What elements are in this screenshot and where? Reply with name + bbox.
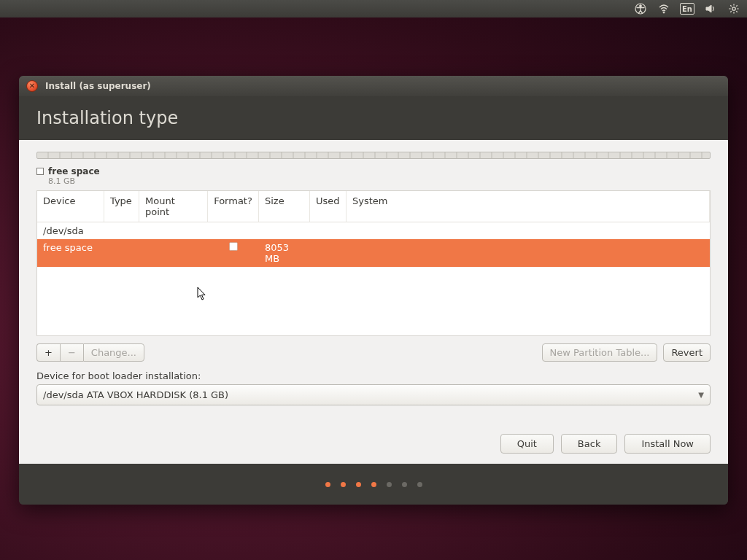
disk-usage-legend: free space (19, 162, 728, 176)
ime-label: En (680, 3, 694, 15)
titlebar[interactable]: ✕ Install (as superuser) (19, 76, 728, 96)
window-body: free space 8.1 GB Device Type Mount poin… (19, 140, 728, 464)
window-title: Install (as superuser) (45, 81, 151, 91)
pager-dot (341, 482, 346, 487)
partition-toolbar: + − Change... New Partition Table... Rev… (36, 343, 711, 362)
install-button[interactable]: Install Now (624, 434, 711, 454)
table-row[interactable]: free space 8053 MB (37, 239, 710, 267)
top-menubar: En (0, 0, 747, 18)
cell-device: free space (37, 239, 104, 267)
col-device[interactable]: Device (37, 191, 104, 222)
new-partition-table-button[interactable]: New Partition Table... (542, 343, 658, 362)
cell-system (347, 239, 710, 267)
page-title: Installation type (19, 96, 728, 140)
cell-mount (139, 239, 208, 267)
svg-line-8 (730, 5, 731, 6)
pager-dot (356, 482, 361, 487)
pager-dot (371, 482, 376, 487)
partition-table-header: Device Type Mount point Format? Size Use… (37, 191, 710, 222)
change-partition-button[interactable]: Change... (83, 343, 144, 362)
svg-line-9 (736, 11, 737, 12)
svg-point-1 (640, 5, 642, 7)
svg-point-3 (732, 7, 735, 10)
sound-icon[interactable] (703, 1, 718, 16)
col-mount[interactable]: Mount point (139, 191, 208, 222)
quit-button[interactable]: Quit (500, 434, 554, 454)
col-size[interactable]: Size (259, 191, 310, 222)
svg-line-10 (736, 5, 737, 6)
cell-format (208, 239, 259, 267)
svg-line-11 (730, 11, 731, 12)
close-icon[interactable]: ✕ (26, 80, 38, 92)
legend-swatch (36, 168, 44, 175)
ime-indicator[interactable]: En (680, 1, 694, 16)
bootloader-device-value: /dev/sda ATA VBOX HARDDISK (8.1 GB) (43, 389, 228, 400)
pager-dot (387, 482, 392, 487)
disk-usage-bar (36, 152, 711, 159)
back-button[interactable]: Back (561, 434, 618, 454)
cell-used (310, 239, 347, 267)
cell-type (104, 239, 139, 267)
remove-partition-button[interactable]: − (60, 343, 83, 362)
col-type[interactable]: Type (104, 191, 139, 222)
installer-window: ✕ Install (as superuser) Installation ty… (19, 76, 728, 505)
device-row[interactable]: /dev/sda (37, 222, 710, 239)
legend-sublabel: 8.1 GB (48, 176, 75, 186)
col-used[interactable]: Used (310, 191, 347, 222)
bootloader-label: Device for boot loader installation: (36, 370, 711, 381)
format-checkbox[interactable] (229, 242, 238, 251)
pager-dot (402, 482, 407, 487)
pager (19, 464, 728, 505)
svg-point-2 (663, 12, 665, 13)
desktop: En ✕ Install (as superuser) Installation… (0, 0, 747, 560)
col-system[interactable]: System (347, 191, 710, 222)
add-partition-button[interactable]: + (36, 343, 60, 362)
bootloader-device-combobox[interactable]: /dev/sda ATA VBOX HARDDISK (8.1 GB) ▼ (36, 384, 711, 405)
legend-label: free space (48, 166, 100, 176)
system-gear-icon[interactable] (727, 1, 741, 16)
accessibility-icon[interactable] (633, 1, 648, 16)
partition-table[interactable]: Device Type Mount point Format? Size Use… (36, 190, 711, 336)
network-icon[interactable] (657, 1, 671, 16)
pager-dot (417, 482, 422, 487)
pager-dot (325, 482, 330, 487)
chevron-down-icon: ▼ (698, 391, 704, 399)
disk-usage-bar-wrap (19, 140, 728, 162)
wizard-buttons: Quit Back Install Now (500, 434, 711, 454)
col-format[interactable]: Format? (208, 191, 259, 222)
cell-size: 8053 MB (259, 239, 310, 267)
partition-edit-group: + − Change... (36, 343, 144, 362)
revert-button[interactable]: Revert (663, 343, 711, 362)
